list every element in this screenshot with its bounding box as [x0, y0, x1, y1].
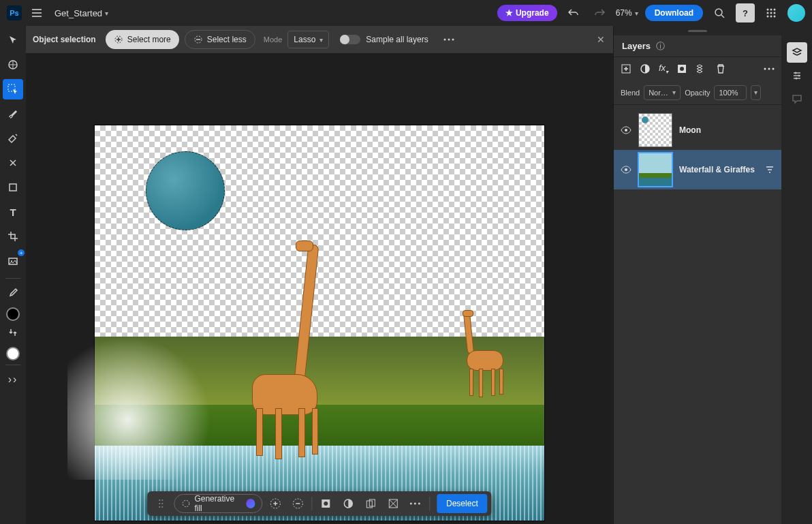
delete-layer-button[interactable] — [716, 63, 725, 74]
hamburger-menu-icon[interactable] — [31, 7, 42, 18]
select-less-button[interactable]: Select less — [185, 30, 255, 49]
deselect-button[interactable]: Deselect — [437, 494, 488, 513]
app-logo: Ps — [7, 5, 22, 20]
left-toolbar: T + ›› — [0, 26, 26, 524]
visibility-toggle[interactable] — [621, 125, 631, 136]
generative-fill-button[interactable]: Generative fill — [174, 494, 263, 513]
text-tool[interactable]: T — [3, 202, 23, 222]
mask-layer-button[interactable] — [676, 63, 687, 74]
document-canvas[interactable] — [95, 125, 544, 521]
svg-point-30 — [324, 502, 328, 506]
sample-all-layers-toggle[interactable] — [340, 35, 360, 44]
search-button[interactable] — [710, 3, 729, 22]
object-selection-tool[interactable] — [3, 79, 23, 99]
opacity-dropdown[interactable]: 100% — [714, 85, 747, 100]
undo-button[interactable] — [564, 3, 583, 22]
mode-label: Mode — [264, 35, 283, 44]
properties-panel-toggle[interactable] — [787, 65, 807, 86]
upgrade-button[interactable]: ★ Upgrade — [497, 5, 557, 21]
svg-point-37 — [418, 503, 420, 505]
svg-point-17 — [443, 39, 446, 41]
layer-row-moon[interactable]: Moon — [614, 110, 781, 150]
brush-tool[interactable] — [3, 104, 23, 124]
effects-button[interactable]: fx▾ — [659, 63, 668, 75]
chevron-down-icon: ▾ — [105, 10, 108, 17]
crop-tool[interactable] — [3, 226, 23, 247]
layer-row-waterfall[interactable]: Waterfall & Giraffes — [614, 150, 781, 189]
svg-point-4 — [767, 12, 769, 14]
help-button[interactable]: ? — [736, 3, 755, 22]
generative-fill-label: Generative fill — [194, 494, 242, 513]
add-to-selection-button[interactable] — [266, 493, 285, 514]
panel-grip[interactable] — [614, 26, 781, 35]
svg-point-42 — [764, 68, 766, 70]
move-tool[interactable] — [3, 30, 23, 50]
transform-tool[interactable] — [3, 55, 23, 75]
place-image-tool[interactable]: + — [3, 251, 23, 271]
document-name-label: Get_Started — [54, 8, 102, 18]
mask-button[interactable] — [316, 493, 336, 514]
layer-thumbnail[interactable] — [638, 153, 672, 187]
opacity-stepper[interactable]: ▾ — [751, 85, 761, 100]
layers-panel-toggle[interactable] — [787, 42, 807, 63]
comments-panel-toggle[interactable] — [787, 89, 807, 109]
svg-point-24 — [159, 506, 161, 508]
info-icon[interactable]: ⓘ — [656, 40, 665, 52]
opacity-value: 100% — [719, 89, 738, 97]
adjustment-layer-button[interactable] — [640, 63, 651, 74]
document-name-dropdown[interactable]: Get_Started ▾ — [54, 8, 108, 18]
more-options-button[interactable] — [439, 30, 458, 49]
star-icon: ★ — [505, 8, 513, 18]
close-options-button[interactable]: ✕ — [597, 34, 605, 45]
foreground-color-swatch[interactable] — [6, 307, 20, 321]
mist-overlay — [67, 330, 217, 480]
apps-grid-button[interactable] — [762, 3, 781, 22]
download-button[interactable]: Download — [645, 5, 703, 21]
layer-name-label: Waterfall & Giraffes — [679, 165, 755, 174]
app-topbar: Ps Get_Started ▾ ★ Upgrade 67% ▾ Downloa… — [0, 0, 812, 26]
svg-point-5 — [770, 12, 772, 14]
smart-filter-icon[interactable] — [765, 165, 775, 174]
remove-background-button[interactable] — [384, 493, 403, 514]
panel-more-button[interactable] — [764, 67, 775, 70]
more-tools-button[interactable]: ›› — [3, 369, 23, 390]
clone-stamp-tool[interactable] — [3, 153, 23, 173]
eyedropper-tool[interactable] — [3, 283, 23, 303]
visibility-toggle[interactable] — [621, 164, 631, 175]
giraffe-large — [248, 245, 330, 469]
svg-point-44 — [772, 68, 775, 70]
zoom-value: 67% — [616, 8, 632, 18]
svg-point-43 — [768, 68, 770, 70]
blend-value: Nor… — [649, 89, 668, 97]
right-collapsed-strip — [781, 26, 812, 524]
svg-point-25 — [162, 506, 163, 508]
svg-point-36 — [414, 503, 416, 505]
select-more-button[interactable]: Select more — [106, 30, 179, 49]
swap-colors-button[interactable] — [3, 322, 23, 343]
background-color-swatch[interactable] — [6, 347, 20, 360]
mode-dropdown[interactable]: Lasso ▾ — [287, 31, 329, 48]
svg-point-1 — [767, 9, 769, 11]
copy-layer-button[interactable] — [361, 493, 381, 514]
svg-rect-12 — [10, 184, 16, 191]
ai-badge-icon — [246, 499, 255, 508]
panel-title: Layers — [622, 41, 651, 51]
new-layer-button[interactable] — [621, 63, 631, 74]
spot-heal-tool[interactable] — [3, 128, 23, 149]
drag-handle-icon[interactable] — [151, 493, 171, 514]
user-avatar[interactable] — [787, 4, 805, 22]
more-actions-button[interactable] — [405, 493, 425, 514]
select-less-label: Select less — [207, 35, 247, 44]
svg-point-23 — [162, 503, 163, 504]
layer-actions-row: fx▾ — [614, 57, 781, 80]
svg-point-21 — [162, 499, 163, 501]
redo-button[interactable] — [590, 3, 609, 22]
subtract-from-selection-button[interactable] — [288, 493, 308, 514]
group-layers-button[interactable] — [696, 63, 708, 74]
zoom-dropdown[interactable]: 67% ▾ — [616, 8, 638, 18]
moon-selection — [146, 151, 225, 230]
layer-thumbnail[interactable] — [638, 113, 672, 147]
adjustment-button[interactable] — [339, 493, 358, 514]
rectangle-tool[interactable] — [3, 177, 23, 198]
blend-mode-dropdown[interactable]: Nor… ▾ — [644, 85, 681, 100]
